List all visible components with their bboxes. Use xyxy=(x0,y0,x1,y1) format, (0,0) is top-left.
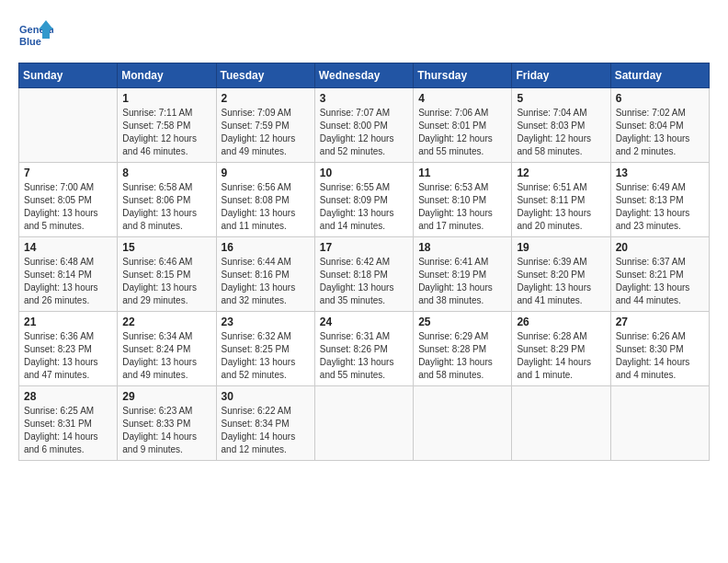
calendar-day-cell xyxy=(512,386,610,461)
day-info: Sunrise: 6:31 AMSunset: 8:26 PMDaylight:… xyxy=(320,330,408,382)
calendar-day-cell: 24Sunrise: 6:31 AMSunset: 8:26 PMDayligh… xyxy=(314,312,413,386)
day-number: 3 xyxy=(320,92,408,105)
day-info: Sunrise: 7:07 AMSunset: 8:00 PMDaylight:… xyxy=(320,107,408,158)
calendar-day-cell xyxy=(19,88,118,163)
day-info: Sunrise: 6:56 AMSunset: 8:08 PMDaylight:… xyxy=(222,181,310,233)
day-info: Sunrise: 6:44 AMSunset: 8:16 PMDaylight:… xyxy=(222,256,310,307)
weekday-header-cell: Thursday xyxy=(414,63,512,88)
calendar-day-cell: 26Sunrise: 6:28 AMSunset: 8:29 PMDayligh… xyxy=(512,312,610,386)
day-number: 20 xyxy=(616,241,704,254)
day-info: Sunrise: 6:55 AMSunset: 8:09 PMDaylight:… xyxy=(320,181,408,233)
day-number: 8 xyxy=(122,167,210,179)
day-info: Sunrise: 6:51 AMSunset: 8:11 PMDaylight:… xyxy=(517,181,605,233)
weekday-header-cell: Wednesday xyxy=(314,63,413,88)
day-info: Sunrise: 7:02 AMSunset: 8:04 PMDaylight:… xyxy=(616,107,704,158)
day-number: 14 xyxy=(24,241,112,254)
calendar-day-cell: 2Sunrise: 7:09 AMSunset: 7:59 PMDaylight… xyxy=(216,88,314,163)
calendar-day-cell xyxy=(610,386,709,461)
calendar-day-cell: 5Sunrise: 7:04 AMSunset: 8:03 PMDaylight… xyxy=(512,88,610,163)
calendar-day-cell: 18Sunrise: 6:41 AMSunset: 8:19 PMDayligh… xyxy=(414,237,512,312)
day-number: 17 xyxy=(320,241,408,254)
day-number: 1 xyxy=(122,92,210,105)
calendar-week-row: 28Sunrise: 6:25 AMSunset: 8:31 PMDayligh… xyxy=(19,386,710,461)
day-number: 23 xyxy=(222,316,310,328)
calendar-day-cell: 15Sunrise: 6:46 AMSunset: 8:15 PMDayligh… xyxy=(118,237,216,312)
day-info: Sunrise: 6:39 AMSunset: 8:20 PMDaylight:… xyxy=(517,256,605,307)
calendar-day-cell xyxy=(314,386,413,461)
calendar-week-row: 14Sunrise: 6:48 AMSunset: 8:14 PMDayligh… xyxy=(19,237,710,312)
weekday-header-cell: Tuesday xyxy=(216,63,314,88)
page-header: General Blue xyxy=(18,18,710,53)
weekday-header-cell: Monday xyxy=(118,63,216,88)
weekday-header-row: SundayMondayTuesdayWednesdayThursdayFrid… xyxy=(19,63,710,88)
calendar-day-cell: 13Sunrise: 6:49 AMSunset: 8:13 PMDayligh… xyxy=(610,163,709,237)
day-info: Sunrise: 7:11 AMSunset: 7:58 PMDaylight:… xyxy=(122,107,210,158)
calendar-day-cell: 11Sunrise: 6:53 AMSunset: 8:10 PMDayligh… xyxy=(414,163,512,237)
calendar-day-cell: 6Sunrise: 7:02 AMSunset: 8:04 PMDaylight… xyxy=(610,88,709,163)
day-info: Sunrise: 7:00 AMSunset: 8:05 PMDaylight:… xyxy=(24,181,112,233)
day-info: Sunrise: 6:32 AMSunset: 8:25 PMDaylight:… xyxy=(222,330,310,382)
calendar-body: 1Sunrise: 7:11 AMSunset: 7:58 PMDaylight… xyxy=(19,88,710,461)
day-info: Sunrise: 6:25 AMSunset: 8:31 PMDaylight:… xyxy=(24,405,112,456)
svg-text:Blue: Blue xyxy=(19,36,41,47)
day-info: Sunrise: 6:36 AMSunset: 8:23 PMDaylight:… xyxy=(24,330,112,382)
day-number: 29 xyxy=(122,390,210,403)
day-number: 13 xyxy=(616,167,704,179)
calendar-day-cell: 20Sunrise: 6:37 AMSunset: 8:21 PMDayligh… xyxy=(610,237,709,312)
calendar-table: SundayMondayTuesdayWednesdayThursdayFrid… xyxy=(18,63,710,461)
day-info: Sunrise: 6:26 AMSunset: 8:30 PMDaylight:… xyxy=(616,330,704,382)
calendar-week-row: 7Sunrise: 7:00 AMSunset: 8:05 PMDaylight… xyxy=(19,163,710,237)
day-number: 6 xyxy=(616,92,704,105)
day-info: Sunrise: 6:22 AMSunset: 8:34 PMDaylight:… xyxy=(222,405,310,456)
day-info: Sunrise: 6:23 AMSunset: 8:33 PMDaylight:… xyxy=(122,405,210,456)
day-number: 9 xyxy=(222,167,310,179)
calendar-day-cell: 4Sunrise: 7:06 AMSunset: 8:01 PMDaylight… xyxy=(414,88,512,163)
calendar-day-cell: 19Sunrise: 6:39 AMSunset: 8:20 PMDayligh… xyxy=(512,237,610,312)
day-info: Sunrise: 6:29 AMSunset: 8:28 PMDaylight:… xyxy=(418,330,506,382)
calendar-day-cell xyxy=(414,386,512,461)
day-number: 12 xyxy=(517,167,605,179)
calendar-day-cell: 29Sunrise: 6:23 AMSunset: 8:33 PMDayligh… xyxy=(118,386,216,461)
day-number: 27 xyxy=(616,316,704,328)
day-number: 10 xyxy=(320,167,408,179)
calendar-day-cell: 3Sunrise: 7:07 AMSunset: 8:00 PMDaylight… xyxy=(314,88,413,163)
day-number: 21 xyxy=(24,316,112,328)
day-info: Sunrise: 6:48 AMSunset: 8:14 PMDaylight:… xyxy=(24,256,112,307)
day-number: 30 xyxy=(222,390,310,403)
day-info: Sunrise: 7:06 AMSunset: 8:01 PMDaylight:… xyxy=(418,107,506,158)
calendar-day-cell: 28Sunrise: 6:25 AMSunset: 8:31 PMDayligh… xyxy=(19,386,118,461)
day-info: Sunrise: 7:04 AMSunset: 8:03 PMDaylight:… xyxy=(517,107,605,158)
day-number: 24 xyxy=(320,316,408,328)
day-info: Sunrise: 6:34 AMSunset: 8:24 PMDaylight:… xyxy=(122,330,210,382)
day-number: 11 xyxy=(418,167,506,179)
day-number: 2 xyxy=(222,92,310,105)
day-info: Sunrise: 6:42 AMSunset: 8:18 PMDaylight:… xyxy=(320,256,408,307)
day-number: 18 xyxy=(418,241,506,254)
calendar-day-cell: 7Sunrise: 7:00 AMSunset: 8:05 PMDaylight… xyxy=(19,163,118,237)
day-number: 19 xyxy=(517,241,605,254)
day-number: 7 xyxy=(24,167,112,179)
day-info: Sunrise: 6:49 AMSunset: 8:13 PMDaylight:… xyxy=(616,181,704,233)
day-info: Sunrise: 7:09 AMSunset: 7:59 PMDaylight:… xyxy=(222,107,310,158)
weekday-header-cell: Sunday xyxy=(19,63,118,88)
calendar-day-cell: 9Sunrise: 6:56 AMSunset: 8:08 PMDaylight… xyxy=(216,163,314,237)
calendar-day-cell: 1Sunrise: 7:11 AMSunset: 7:58 PMDaylight… xyxy=(118,88,216,163)
day-number: 28 xyxy=(24,390,112,403)
calendar-day-cell: 17Sunrise: 6:42 AMSunset: 8:18 PMDayligh… xyxy=(314,237,413,312)
day-info: Sunrise: 6:46 AMSunset: 8:15 PMDaylight:… xyxy=(122,256,210,307)
day-number: 5 xyxy=(517,92,605,105)
calendar-day-cell: 21Sunrise: 6:36 AMSunset: 8:23 PMDayligh… xyxy=(19,312,118,386)
day-number: 25 xyxy=(418,316,506,328)
day-number: 15 xyxy=(122,241,210,254)
weekday-header-cell: Saturday xyxy=(610,63,709,88)
weekday-header-cell: Friday xyxy=(512,63,610,88)
calendar-day-cell: 14Sunrise: 6:48 AMSunset: 8:14 PMDayligh… xyxy=(19,237,118,312)
day-info: Sunrise: 6:28 AMSunset: 8:29 PMDaylight:… xyxy=(517,330,605,382)
calendar-day-cell: 30Sunrise: 6:22 AMSunset: 8:34 PMDayligh… xyxy=(216,386,314,461)
logo: General Blue xyxy=(18,18,53,53)
calendar-day-cell: 22Sunrise: 6:34 AMSunset: 8:24 PMDayligh… xyxy=(118,312,216,386)
day-number: 26 xyxy=(517,316,605,328)
day-number: 4 xyxy=(418,92,506,105)
calendar-day-cell: 27Sunrise: 6:26 AMSunset: 8:30 PMDayligh… xyxy=(610,312,709,386)
day-info: Sunrise: 6:53 AMSunset: 8:10 PMDaylight:… xyxy=(418,181,506,233)
